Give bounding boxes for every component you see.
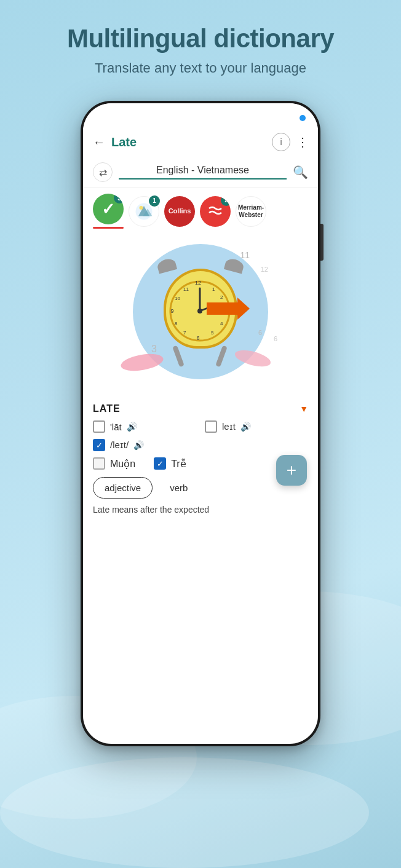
section-header: LATE ▼	[93, 395, 308, 420]
speaker-icon-2[interactable]: 🔊	[240, 422, 251, 432]
pos-verb-button[interactable]: verb	[159, 478, 199, 498]
info-icon: i	[280, 137, 282, 147]
clock-num-12: 12	[261, 266, 268, 273]
clock-illustration: 11 12 6 3 6 12	[114, 232, 287, 392]
language-selector: ⇄ English - Vietnamese 🔍	[83, 157, 318, 187]
phone-screen: ← Late i ⋮ ⇄ English - Vietnamese 🔍	[83, 103, 318, 744]
phone-mockup: ← Late i ⋮ ⇄ English - Vietnamese 🔍	[0, 101, 401, 746]
trans-label-1: Muộn	[110, 458, 135, 470]
dict-tab-mountain-icon: 1	[129, 196, 159, 227]
status-dot	[300, 115, 306, 121]
pron-item-3: /leɪt/ 🔊	[93, 439, 308, 451]
content-section: LATE ▼ 'lāt 🔊 leɪt 🔊	[83, 395, 318, 526]
dropdown-arrow-icon[interactable]: ▼	[300, 404, 308, 414]
switch-icon: ⇄	[99, 167, 107, 178]
clock-num-3: 3	[151, 344, 157, 355]
svg-text:11: 11	[183, 286, 189, 292]
mw-label: Merriam-Webster	[238, 204, 264, 219]
plus-icon: +	[287, 460, 296, 480]
svg-point-3	[140, 206, 143, 210]
pron-checkbox-2[interactable]	[205, 420, 217, 433]
pron-item-2: leɪt 🔊	[205, 420, 308, 433]
dictionary-tabs: ✓ 3 1	[83, 187, 318, 229]
svg-point-19	[197, 309, 202, 314]
illustration-area: 11 12 6 3 6 12	[83, 229, 318, 395]
definition-text: Late means after the expected	[93, 505, 308, 519]
page-subtitle: Translate any text to your language	[18, 60, 383, 76]
dict-tab-all-badge: 3	[114, 194, 124, 203]
pos-adjective-button[interactable]: adjective	[93, 477, 153, 499]
page-header: Multilingual dictionary Translate any te…	[0, 0, 401, 89]
add-button[interactable]: +	[276, 455, 307, 486]
dict-tab-all-icon: ✓ 3	[93, 194, 124, 224]
app-title: Late	[111, 135, 272, 149]
clock-num-65: 6	[258, 329, 262, 336]
phone-frame: ← Late i ⋮ ⇄ English - Vietnamese 🔍	[81, 101, 320, 746]
svg-marker-20	[207, 298, 250, 320]
dict-tab-aquarius[interactable]: 2	[200, 196, 231, 227]
speaker-icon-3[interactable]: 🔊	[133, 440, 144, 450]
pron-text-2: leɪt	[222, 421, 236, 432]
trans-checkbox-2[interactable]	[154, 457, 166, 470]
dict-tab-all[interactable]: ✓ 3	[93, 194, 124, 229]
page-title: Multilingual dictionary	[18, 25, 383, 53]
svg-text:6: 6	[196, 335, 199, 341]
svg-text:10: 10	[175, 296, 180, 301]
section-title: LATE	[93, 403, 121, 414]
pos-row: adjective verb	[93, 477, 308, 499]
clock-num-6: 6	[274, 335, 277, 342]
bg-decoration-3	[0, 757, 369, 868]
phone-side-button	[320, 224, 324, 261]
checkmark-icon: ✓	[101, 200, 115, 219]
dict-tab-mw-icon: Merriam-Webster	[236, 196, 266, 227]
info-button[interactable]: i	[272, 133, 290, 151]
pron-checkbox-1[interactable]	[93, 420, 105, 433]
clock-arrow	[207, 296, 250, 323]
clock-num-11: 11	[240, 250, 250, 260]
dict-tab-active-indicator	[93, 227, 124, 229]
language-text: English - Vietnamese	[156, 165, 249, 175]
fish-decoration-left	[119, 351, 164, 374]
svg-text:1: 1	[212, 286, 215, 292]
app-header: ← Late i ⋮	[83, 128, 318, 157]
pronunciation-row-1: 'lāt 🔊 leɪt 🔊	[93, 420, 308, 433]
more-button[interactable]: ⋮	[296, 135, 308, 149]
svg-text:12: 12	[195, 280, 201, 286]
dict-tab-mountain-badge: 1	[149, 195, 160, 207]
svg-text:5: 5	[211, 330, 214, 336]
svg-text:9: 9	[170, 308, 173, 314]
collins-label: Collins	[169, 207, 191, 215]
back-button[interactable]: ←	[93, 135, 105, 149]
pron-text-1: 'lāt	[110, 422, 122, 432]
pron-item-1: 'lāt 🔊	[93, 420, 196, 433]
dict-tab-aquarius-badge: 2	[221, 196, 231, 206]
trans-item-1: Muộn	[93, 457, 135, 470]
language-switch-button[interactable]: ⇄	[93, 162, 113, 182]
svg-text:8: 8	[175, 321, 178, 326]
dict-tab-collins[interactable]: Collins	[164, 196, 195, 227]
status-bar	[83, 103, 318, 128]
dict-tab-collins-icon: Collins	[164, 196, 195, 227]
speaker-icon-1[interactable]: 🔊	[127, 422, 137, 432]
trans-item-2: Trễ	[154, 457, 186, 470]
pron-text-3: /leɪt/	[110, 440, 129, 451]
svg-text:7: 7	[183, 330, 186, 336]
pronunciation-row-2: /leɪt/ 🔊	[93, 439, 308, 451]
trans-label-2: Trễ	[171, 458, 186, 470]
aquarius-icon	[206, 202, 224, 221]
pron-checkbox-3[interactable]	[93, 439, 105, 451]
dict-tab-aquarius-icon: 2	[200, 196, 231, 227]
dict-tab-mountain[interactable]: 1	[129, 196, 159, 227]
search-button[interactable]: 🔍	[293, 165, 308, 180]
language-display[interactable]: English - Vietnamese	[119, 165, 287, 180]
dict-tab-mw[interactable]: Merriam-Webster	[236, 196, 266, 227]
trans-checkbox-1[interactable]	[93, 457, 105, 470]
search-icon: 🔍	[293, 165, 308, 179]
